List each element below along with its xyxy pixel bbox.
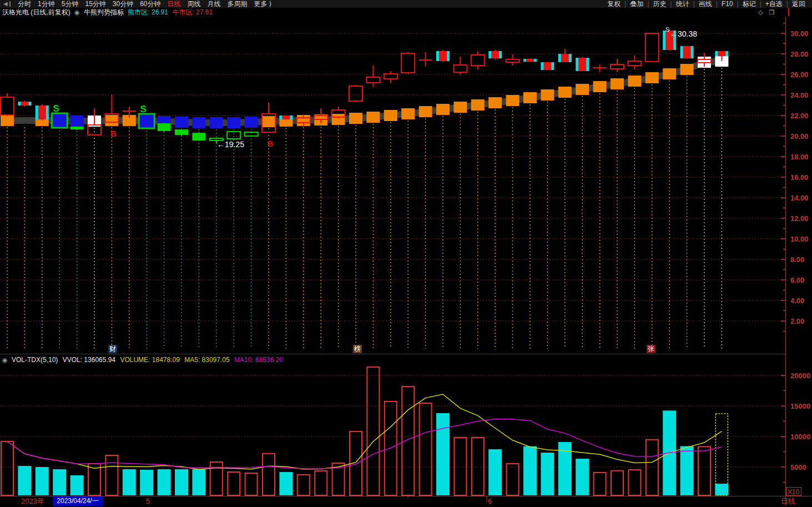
ma5-value: 83097.05 xyxy=(202,356,230,364)
chart-text: 18.00 xyxy=(790,153,809,161)
orange-square xyxy=(680,64,694,75)
candle-body xyxy=(70,127,84,129)
orange-square xyxy=(541,89,554,101)
volume-bar-down xyxy=(140,470,153,495)
volume-bar-down xyxy=(436,413,450,495)
chart-text: S xyxy=(53,103,59,114)
volume-dropdown-icon[interactable]: ◉ xyxy=(2,357,8,363)
volume-bar-down xyxy=(123,469,136,495)
orange-square xyxy=(645,72,659,83)
timeline-month-6: 6 xyxy=(488,496,492,506)
hollow-candle-body xyxy=(1,97,14,115)
volume-bar-forming xyxy=(715,414,728,495)
orange-square xyxy=(488,97,502,108)
volume-bar-up xyxy=(105,455,118,495)
chart-text: 6.00 xyxy=(790,276,804,284)
chart-text: ←19.25 xyxy=(217,140,244,149)
ma5-label: MA5: xyxy=(184,356,200,364)
volume-bar-up xyxy=(297,475,310,495)
volume-bar-up xyxy=(228,472,240,495)
signal-square xyxy=(139,114,154,128)
blue-square xyxy=(192,117,205,128)
chart-text: B xyxy=(268,139,274,148)
volume-label: VOLUME: xyxy=(120,356,150,364)
volume-bar-down xyxy=(36,467,49,495)
blue-square xyxy=(210,117,223,128)
volume-bar-up xyxy=(611,471,623,495)
chart-text: S xyxy=(140,104,147,114)
chart-text: 4.00 xyxy=(790,297,804,305)
volume-bar-down xyxy=(680,446,694,495)
candle-body xyxy=(526,59,534,62)
chart-marker-张[interactable]: 张 xyxy=(647,345,655,353)
orange-square xyxy=(419,106,432,117)
orange-square xyxy=(611,78,624,89)
chart-text: 15000 xyxy=(790,402,810,410)
timeline-bar[interactable]: 2023年 2023/04/24/一 5 6 日线 xyxy=(0,496,812,507)
timeline-period-label[interactable]: 日线 xyxy=(781,496,795,506)
volume-bar-up xyxy=(454,438,466,495)
ma10-label: MA10: xyxy=(234,356,254,364)
hollow-candle-body xyxy=(471,55,485,66)
orange-square xyxy=(1,115,14,126)
hollow-candle-body xyxy=(506,59,520,62)
chart-text: 10.00 xyxy=(790,235,809,243)
chart-text: X10 xyxy=(788,488,800,496)
blue-square xyxy=(175,117,188,128)
volume-bar-up xyxy=(472,438,484,495)
volume-bar-down xyxy=(558,442,572,495)
volume-indicator-name: VOL-TDX(5,10) xyxy=(12,356,58,364)
timeline-selected-date: 2023/04/24/一 xyxy=(53,496,103,506)
volume-bar-up xyxy=(507,464,519,495)
chart-text: 26.00 xyxy=(790,71,809,79)
volume-bar-down xyxy=(279,472,292,495)
candle-body xyxy=(561,54,569,62)
orange-square xyxy=(105,115,118,126)
orange-square xyxy=(471,99,485,111)
orange-square xyxy=(663,68,676,79)
candle-body xyxy=(491,51,499,58)
timeline-month-5: 5 xyxy=(146,496,150,506)
volume-bar-up xyxy=(698,446,710,495)
vvol-value: 136065.94 xyxy=(84,356,115,364)
volume-bar-down xyxy=(576,459,589,495)
chart-text: S xyxy=(665,26,669,33)
candle-body xyxy=(192,133,205,140)
app-window: ◀❙ 分时1分钟5分钟15分钟30分钟60分钟日线周线月线多周期更多 ⟩ 复权|… xyxy=(0,0,812,507)
candle-body xyxy=(21,102,28,106)
candle-body xyxy=(38,106,46,119)
chart-text: 20000 xyxy=(790,372,810,380)
orange-square xyxy=(506,95,520,106)
orange-square xyxy=(349,113,362,124)
volume-bar-down xyxy=(175,469,188,495)
volume-bar-partial xyxy=(715,484,728,495)
volume-bar-up xyxy=(628,470,640,495)
volume-bar-down xyxy=(158,469,171,495)
chart-canvas[interactable]: 30.0028.0026.0024.0022.0020.0018.0016.00… xyxy=(0,0,812,507)
hollow-candle-body xyxy=(227,132,240,139)
orange-square xyxy=(593,81,607,92)
volume-bar-down xyxy=(18,466,31,495)
volume-bar-down xyxy=(523,446,537,495)
ma10-value: 68536.20 xyxy=(255,356,283,364)
chart-text: 16.00 xyxy=(790,173,809,182)
vvol-label: VVOL: xyxy=(63,356,82,364)
candle-body xyxy=(158,123,171,131)
chart-text: 30.00 xyxy=(790,29,809,38)
orange-square xyxy=(332,114,345,125)
orange-square xyxy=(523,92,537,103)
candle-body xyxy=(578,58,586,71)
chart-marker-财[interactable]: 财 xyxy=(108,345,117,353)
chart-text: 5000 xyxy=(790,463,806,471)
candle-body xyxy=(439,51,447,61)
chart-text: 28.00 xyxy=(790,50,809,58)
chart-text: 20.00 xyxy=(790,132,809,140)
chart-text: 2.00 xyxy=(790,317,804,325)
chart-text: 24.00 xyxy=(790,91,809,99)
orange-square xyxy=(558,87,572,98)
volume-bar-up xyxy=(402,386,414,495)
chart-marker-榜[interactable]: 榜 xyxy=(353,345,362,353)
blue-square xyxy=(245,117,258,128)
volume-indicator-header: ◉ VOL-TDX(5,10) VVOL: 136065.94 VOLUME: … xyxy=(2,355,286,365)
volume-ma10-line xyxy=(7,419,722,469)
